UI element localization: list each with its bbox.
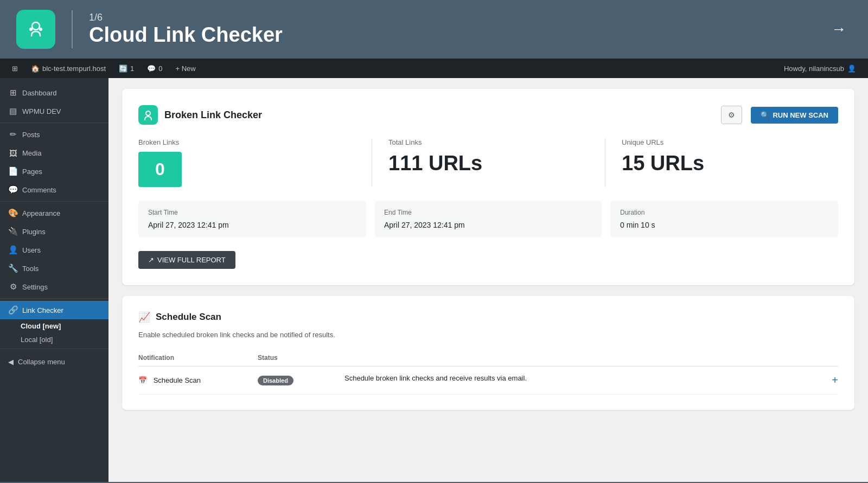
comments-nav-icon: 💬 xyxy=(8,185,18,195)
sidebar-divider-2 xyxy=(0,201,108,202)
run-scan-label: RUN NEW SCAN xyxy=(773,111,828,119)
sidebar-label-wpmudev: WPMU DEV xyxy=(22,107,61,115)
start-time-value: April 27, 2023 12:41 pm xyxy=(148,221,356,229)
sidebar-item-tools[interactable]: 🔧 Tools xyxy=(0,259,108,278)
howdy-text: Howdy, nilanincsub xyxy=(784,65,844,73)
collapse-menu-item[interactable]: ◀ Collapse menu xyxy=(0,353,108,370)
posts-icon: ✏ xyxy=(8,130,18,139)
sidebar-divider-3 xyxy=(0,298,108,299)
total-links-value: 111 URLs xyxy=(388,152,594,175)
col-header-status: Status xyxy=(258,350,344,366)
schedule-header: 📈 Schedule Scan xyxy=(138,311,838,323)
updates-count: 1 xyxy=(130,65,134,73)
sidebar-item-link-checker[interactable]: 🔗 Link Checker xyxy=(0,301,108,319)
card-title: Broken Link Checker xyxy=(164,110,262,121)
sidebar-label-comments: Comments xyxy=(22,186,56,194)
collapse-icon: ◀ xyxy=(8,358,14,366)
row-desc-text: Schedule broken link checks and receive … xyxy=(344,374,527,382)
app-step: 1/6 xyxy=(89,12,283,23)
unique-urls-value: 15 URLs xyxy=(622,152,827,175)
content-area: Broken Link Checker ⚙ 🔍 RUN NEW SCAN Bro… xyxy=(108,78,868,482)
dashboard-icon: ⊞ xyxy=(8,88,18,98)
wpmudev-icon: ▤ xyxy=(8,106,18,116)
sidebar-item-appearance[interactable]: 🎨 Appearance xyxy=(0,204,108,222)
svg-point-1 xyxy=(29,28,33,31)
schedule-scan-icon: 📈 xyxy=(138,311,150,323)
start-time-block: Start Time April 27, 2023 12:41 pm xyxy=(138,201,366,237)
broken-links-label: Broken Links xyxy=(138,138,361,146)
broken-links-value: 0 xyxy=(138,152,182,187)
sidebar-label-dashboard: Dashboard xyxy=(22,89,57,97)
sidebar-item-users[interactable]: 👤 Users xyxy=(0,241,108,259)
sidebar: ⊞ Dashboard ▤ WPMU DEV ✏ Posts 🖼 Media 📄… xyxy=(0,78,108,482)
report-icon: ↗ xyxy=(148,256,154,264)
new-label: + New xyxy=(176,65,196,73)
blc-logo xyxy=(138,105,158,125)
plugins-icon: 🔌 xyxy=(8,227,18,236)
row-status: Disabled xyxy=(258,366,344,395)
pages-icon: 📄 xyxy=(8,166,18,176)
svg-point-2 xyxy=(39,28,42,31)
row-notification-label: Schedule Scan xyxy=(154,376,201,384)
search-icon: 🔍 xyxy=(761,111,769,119)
end-time-block: End Time April 27, 2023 12:41 pm xyxy=(374,201,602,237)
new-item[interactable]: + New xyxy=(169,59,202,78)
app-header: 1/6 Cloud Link Checker → xyxy=(0,0,868,59)
duration-block: Duration 0 min 10 s xyxy=(610,201,838,237)
next-arrow-icon[interactable]: → xyxy=(831,21,846,38)
unique-urls-label: Unique URLs xyxy=(622,138,827,146)
wp-admin-bar: ⊞ 🏠 blc-test.tempurl.host 🔄 1 💬 0 + New … xyxy=(0,59,868,78)
end-time-value: April 27, 2023 12:41 pm xyxy=(384,221,592,229)
sidebar-label-posts: Posts xyxy=(22,131,40,139)
wp-logo-item[interactable]: ⊞ xyxy=(5,59,24,78)
broken-links-stat: Broken Links 0 xyxy=(138,138,372,187)
card-header-left: Broken Link Checker xyxy=(138,105,262,125)
total-links-label: Total Links xyxy=(388,138,594,146)
sidebar-subitem-local[interactable]: Local [old] xyxy=(0,333,108,346)
site-name-item[interactable]: 🏠 blc-test.tempurl.host xyxy=(24,59,112,78)
sidebar-item-dashboard[interactable]: ⊞ Dashboard xyxy=(0,83,108,102)
run-new-scan-button[interactable]: 🔍 RUN NEW SCAN xyxy=(751,107,838,124)
row-description: Schedule broken link checks and receive … xyxy=(344,366,838,395)
sidebar-item-pages[interactable]: 📄 Pages xyxy=(0,162,108,181)
sidebar-item-settings[interactable]: ⚙ Settings xyxy=(0,278,108,296)
sidebar-item-posts[interactable]: ✏ Posts xyxy=(0,125,108,144)
view-full-report-button[interactable]: ↗ VIEW FULL REPORT xyxy=(138,251,235,269)
sidebar-label-appearance: Appearance xyxy=(22,209,60,217)
collapse-label: Collapse menu xyxy=(18,358,65,366)
sidebar-label-users: Users xyxy=(22,246,41,254)
time-row: Start Time April 27, 2023 12:41 pm End T… xyxy=(138,201,838,237)
schedule-scan-title: Schedule Scan xyxy=(156,312,221,323)
app-title: Cloud Link Checker xyxy=(89,23,283,47)
sidebar-item-wpmudev[interactable]: ▤ WPMU DEV xyxy=(0,102,108,120)
schedule-scan-card: 📈 Schedule Scan Enable scheduled broken … xyxy=(122,296,854,410)
sidebar-label-pages: Pages xyxy=(22,168,42,176)
updates-icon: 🔄 xyxy=(119,65,127,73)
updates-item[interactable]: 🔄 1 xyxy=(112,59,141,78)
settings-button[interactable]: ⚙ xyxy=(721,106,742,124)
cloud-new-label: Cloud [new] xyxy=(21,322,61,330)
header-divider xyxy=(72,10,73,48)
stats-row: Broken Links 0 Total Links 111 URLs Uniq… xyxy=(138,138,838,187)
sidebar-item-media[interactable]: 🖼 Media xyxy=(0,144,108,162)
svg-point-0 xyxy=(32,22,40,30)
sidebar-item-plugins[interactable]: 🔌 Plugins xyxy=(0,222,108,241)
sidebar-label-settings: Settings xyxy=(22,283,48,291)
main-layout: ⊞ Dashboard ▤ WPMU DEV ✏ Posts 🖼 Media 📄… xyxy=(0,78,868,482)
broken-link-checker-card: Broken Link Checker ⚙ 🔍 RUN NEW SCAN Bro… xyxy=(122,89,854,285)
app-title-group: 1/6 Cloud Link Checker xyxy=(89,12,283,47)
sidebar-label-tools: Tools xyxy=(22,265,39,273)
col-header-notification: Notification xyxy=(138,350,258,366)
sidebar-item-comments[interactable]: 💬 Comments xyxy=(0,181,108,199)
sidebar-subitem-cloud[interactable]: Cloud [new] xyxy=(0,319,108,333)
comments-item[interactable]: 💬 0 xyxy=(141,59,169,78)
user-icon: 👤 xyxy=(847,65,856,73)
add-schedule-button[interactable]: + xyxy=(832,374,838,387)
wp-icon: ⊞ xyxy=(12,65,18,73)
tools-icon: 🔧 xyxy=(8,263,18,273)
schedule-row-icon: 📅 xyxy=(138,376,147,384)
start-time-label: Start Time xyxy=(148,209,356,216)
link-checker-icon: 🔗 xyxy=(8,305,18,315)
home-icon: 🏠 xyxy=(31,65,40,73)
card-header: Broken Link Checker ⚙ 🔍 RUN NEW SCAN xyxy=(138,105,838,125)
